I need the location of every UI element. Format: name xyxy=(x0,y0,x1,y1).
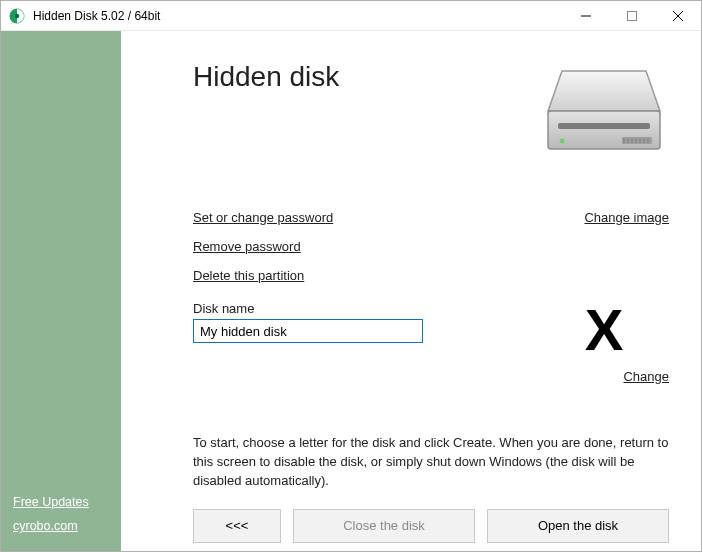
close-disk-button[interactable]: Close the disk xyxy=(293,509,475,543)
minimize-button[interactable] xyxy=(563,1,609,30)
svg-marker-6 xyxy=(548,71,660,111)
drive-letter-display: X xyxy=(585,301,624,359)
page-heading: Hidden disk xyxy=(193,61,539,154)
close-button[interactable] xyxy=(655,1,701,30)
svg-point-1 xyxy=(15,13,19,17)
change-image-link[interactable]: Change image xyxy=(584,210,669,225)
main-panel: Hidden disk xyxy=(121,31,701,551)
app-icon xyxy=(9,8,25,24)
delete-partition-link[interactable]: Delete this partition xyxy=(193,268,539,283)
remove-password-link[interactable]: Remove password xyxy=(193,239,539,254)
disk-drive-icon xyxy=(544,61,664,164)
svg-point-9 xyxy=(560,139,565,144)
set-change-password-link[interactable]: Set or change password xyxy=(193,210,539,225)
open-disk-button[interactable]: Open the disk xyxy=(487,509,669,543)
free-updates-link[interactable]: Free Updates xyxy=(13,495,109,509)
title-bar: Hidden Disk 5.02 / 64bit xyxy=(1,1,701,31)
window-title: Hidden Disk 5.02 / 64bit xyxy=(33,9,563,23)
disk-name-input[interactable] xyxy=(193,319,423,343)
svg-rect-8 xyxy=(558,123,650,129)
site-link[interactable]: cyrobo.com xyxy=(13,519,109,533)
back-button[interactable]: <<< xyxy=(193,509,281,543)
disk-name-label: Disk name xyxy=(193,301,539,316)
maximize-button[interactable] xyxy=(609,1,655,30)
svg-rect-3 xyxy=(628,11,637,20)
change-letter-link[interactable]: Change xyxy=(623,369,669,384)
sidebar: Free Updates cyrobo.com xyxy=(1,31,121,551)
hint-text: To start, choose a letter for the disk a… xyxy=(193,434,669,491)
